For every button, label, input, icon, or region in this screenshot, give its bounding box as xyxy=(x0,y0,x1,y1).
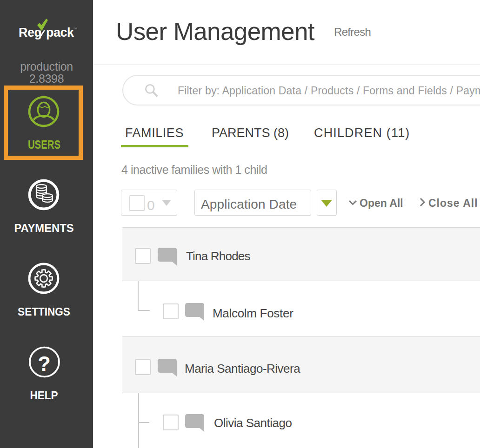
svg-text:?: ? xyxy=(38,352,51,376)
